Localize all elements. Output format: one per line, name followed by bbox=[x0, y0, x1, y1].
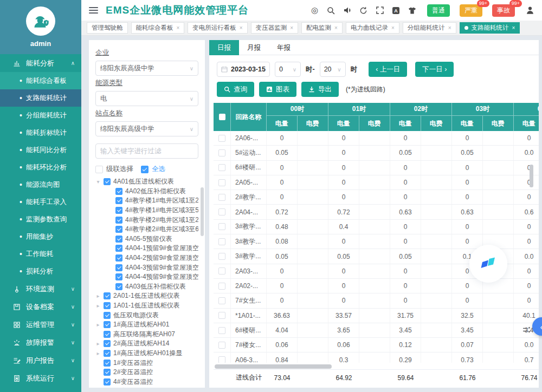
report-tab-月报[interactable]: 月报 bbox=[239, 40, 269, 55]
tree-checkbox[interactable] bbox=[115, 254, 122, 262]
cascade-checkbox[interactable]: 级联选择 bbox=[95, 165, 133, 174]
avatar[interactable] bbox=[26, 6, 55, 36]
close-icon[interactable]: × bbox=[448, 25, 451, 31]
sidebar-subitem-用能集抄[interactable]: •用能集抄 bbox=[0, 228, 81, 245]
row-checkbox[interactable] bbox=[218, 267, 225, 275]
query-button[interactable]: 查询 bbox=[217, 82, 254, 97]
row-checkbox-cell[interactable] bbox=[214, 175, 231, 190]
tree-checkbox[interactable] bbox=[115, 273, 122, 280]
row-checkbox-cell[interactable] bbox=[214, 338, 231, 352]
sidebar-subitem-能耗折标统计[interactable]: •能耗折标统计 bbox=[0, 124, 81, 141]
tree-node[interactable]: ▸1A01-1低压进线柜仪表 bbox=[95, 301, 198, 311]
refresh-icon[interactable] bbox=[359, 6, 368, 15]
tree-checkbox[interactable] bbox=[104, 350, 111, 357]
station-select[interactable]: 绵阳东辰高级中学 ∨ bbox=[95, 121, 198, 136]
fullscreen-icon[interactable] bbox=[375, 6, 384, 15]
tab-能耗综合看板[interactable]: 能耗综合看板× bbox=[131, 22, 185, 34]
sidebar-subitem-能耗综合看板[interactable]: •能耗综合看板 bbox=[0, 72, 81, 89]
overlap-circles-icon[interactable]: ◎ bbox=[310, 6, 319, 15]
tree-node[interactable]: ▸1#高压进线柜AH01 bbox=[95, 320, 198, 330]
row-checkbox-cell[interactable] bbox=[214, 279, 231, 293]
tree-node[interactable]: 4#教学楼2#电井区域3至6层动力仪表 bbox=[95, 225, 198, 234]
row-checkbox-cell[interactable] bbox=[214, 234, 231, 249]
volume-icon[interactable] bbox=[343, 6, 352, 15]
select-all-checkbox[interactable]: 全选 bbox=[141, 165, 165, 174]
row-checkbox-cell[interactable] bbox=[214, 264, 231, 278]
select-all-column-header[interactable] bbox=[214, 103, 231, 131]
tree-checkbox[interactable] bbox=[104, 340, 111, 347]
tree-expander-icon[interactable]: ▸ bbox=[95, 341, 101, 347]
row-checkbox-cell[interactable] bbox=[214, 352, 231, 363]
sidebar-subitem-工作能耗[interactable]: •工作能耗 bbox=[0, 245, 81, 263]
header-checkbox[interactable] bbox=[219, 114, 225, 120]
alarm-badge-事故[interactable]: 事故99+ bbox=[492, 4, 515, 17]
tree-expander-icon[interactable]: ▸ bbox=[95, 293, 101, 299]
row-checkbox-cell[interactable] bbox=[214, 293, 231, 308]
tree-checkbox[interactable] bbox=[115, 236, 122, 243]
tab-变压器监测[interactable]: 变压器监测× bbox=[251, 22, 298, 34]
tree-checkbox[interactable] bbox=[104, 360, 111, 367]
chart-button[interactable]: 图表 bbox=[259, 82, 296, 97]
tree-node[interactable]: 4A03低压补偿柜仪表 bbox=[95, 282, 198, 292]
row-checkbox-cell[interactable] bbox=[214, 323, 231, 337]
tree-expander-icon[interactable]: ▸ bbox=[95, 350, 101, 356]
close-icon[interactable]: × bbox=[334, 25, 338, 31]
sidebar-item-系统运行[interactable]: 系统运行∨ bbox=[0, 369, 81, 387]
sidebar-item-环境监测[interactable]: 环境监测∨ bbox=[0, 280, 81, 298]
tree-node[interactable]: 2#变压器温控 bbox=[95, 368, 198, 377]
export-button[interactable]: 导出 bbox=[301, 82, 339, 97]
tree-node[interactable]: 4#教学楼2#电井区域1至2层动力仪表 bbox=[95, 215, 198, 225]
row-checkbox-cell[interactable] bbox=[214, 161, 231, 175]
tree-checkbox[interactable] bbox=[115, 283, 122, 290]
search-icon[interactable] bbox=[326, 6, 335, 15]
tab-电力曲线记录[interactable]: 电力曲线记录× bbox=[346, 22, 399, 34]
tree-checkbox[interactable] bbox=[115, 264, 122, 271]
tab-分组能耗统计[interactable]: 分组能耗统计× bbox=[403, 22, 456, 34]
row-checkbox-cell[interactable] bbox=[214, 309, 231, 323]
close-icon[interactable]: × bbox=[290, 25, 293, 31]
user-icon[interactable] bbox=[525, 6, 534, 15]
tree-node[interactable]: ▸2#高压进线柜AH14操显 bbox=[95, 387, 198, 388]
alarm-badge-普通[interactable]: 普通 bbox=[427, 4, 450, 17]
tree-node[interactable]: ▸2A01-1低压进线柜仪表 bbox=[95, 291, 198, 301]
report-tab-年报[interactable]: 年报 bbox=[269, 40, 299, 55]
row-checkbox[interactable] bbox=[218, 283, 225, 290]
sidebar-item-运维管理[interactable]: 运维管理∨ bbox=[0, 316, 81, 334]
tree-node[interactable]: ▸2#高压进线柜AH14 bbox=[95, 339, 198, 349]
tree-node[interactable]: 4A04-1预留9#食堂屋顶空调机组仪表 bbox=[95, 244, 198, 253]
tree-checkbox[interactable] bbox=[115, 217, 122, 224]
tab-变电所运行看板[interactable]: 变电所运行看板× bbox=[188, 22, 247, 34]
row-checkbox-cell[interactable] bbox=[214, 146, 231, 160]
sidebar-subitem-能耗手工录入[interactable]: •能耗手工录入 bbox=[0, 193, 81, 211]
tab-管理驾驶舱[interactable]: 管理驾驶舱 bbox=[87, 22, 128, 34]
prev-day-button[interactable]: ‹ 上一日 bbox=[369, 62, 407, 77]
tree-checkbox[interactable] bbox=[115, 197, 122, 204]
row-checkbox[interactable] bbox=[218, 208, 225, 215]
tree-checkbox[interactable] bbox=[115, 245, 122, 252]
sidebar-subitem-支路能耗统计[interactable]: •支路能耗统计 bbox=[0, 89, 81, 107]
tree-expander-icon[interactable]: ▾ bbox=[95, 179, 101, 185]
row-checkbox[interactable] bbox=[218, 179, 225, 186]
sidebar-subitem-能耗环比分析[interactable]: •能耗环比分析 bbox=[0, 159, 81, 176]
tree-checkbox[interactable] bbox=[104, 331, 111, 338]
sidebar-subitem-能耗同比分析[interactable]: •能耗同比分析 bbox=[0, 141, 81, 159]
tree-node[interactable]: 4#教学楼1#电井区域1至2层动力仪表 bbox=[95, 196, 198, 206]
tree-checkbox[interactable] bbox=[115, 226, 122, 233]
tree-checkbox[interactable] bbox=[115, 188, 122, 195]
translate-icon[interactable]: A bbox=[391, 6, 401, 15]
close-icon[interactable]: × bbox=[240, 25, 243, 31]
tree-node[interactable]: 低压双电源仪表 bbox=[95, 310, 198, 320]
close-icon[interactable]: × bbox=[512, 25, 515, 31]
tree-checkbox[interactable] bbox=[104, 369, 111, 376]
sidebar-item-能耗分析[interactable]: 能耗分析∧ bbox=[0, 54, 81, 72]
next-day-button[interactable]: 下一日 › bbox=[415, 62, 454, 77]
tree-node[interactable]: 4A04-3预留9#食堂屋顶空调机组仪表 bbox=[95, 263, 198, 272]
row-checkbox[interactable] bbox=[218, 149, 225, 156]
sidebar-subitem-损耗分析[interactable]: •损耗分析 bbox=[0, 263, 81, 280]
row-checkbox-cell[interactable] bbox=[214, 205, 231, 219]
sidebar-item-用户报告[interactable]: 用户报告∨ bbox=[0, 351, 81, 369]
row-checkbox[interactable] bbox=[218, 223, 225, 230]
hamburger-menu-icon[interactable] bbox=[89, 7, 98, 14]
hour-to-select[interactable]: 20 ∨ bbox=[320, 62, 346, 77]
tree-node[interactable]: 4A04-2预留9#食堂屋顶空调机组仪表 bbox=[95, 253, 198, 263]
